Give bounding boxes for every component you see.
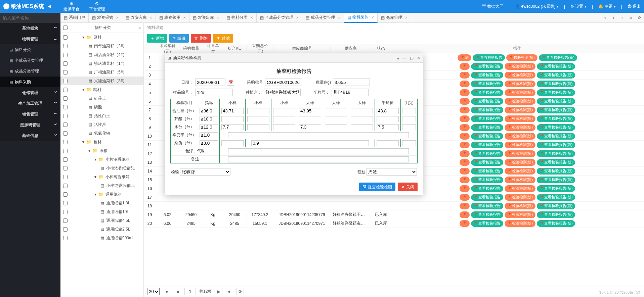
tab[interactable]: ▤系统门户 bbox=[60, 13, 89, 13]
sidebar-collapse-icon[interactable]: ◄ bbox=[47, 3, 52, 9]
top-right: ▤ 数据大屏 | 👤 ewsd0002 (宋景民) ▾ | ⚙ 设置 ▾ | 🔔… bbox=[482, 4, 641, 9]
logout-link[interactable]: ⏻ 退出 bbox=[628, 4, 641, 9]
divider: | bbox=[564, 4, 565, 9]
brand-icon bbox=[3, 3, 9, 9]
tab[interactable]: ▤半成品分类管理✕ bbox=[257, 13, 302, 13]
gear-icon: ⚙ bbox=[95, 1, 99, 6]
divider: | bbox=[592, 4, 593, 9]
divider: | bbox=[621, 4, 622, 9]
bug-icon: ✷ bbox=[70, 1, 74, 6]
tab[interactable]: ▤成品分类管理✕ bbox=[302, 13, 344, 13]
tab[interactable]: ▤仓库管理✕ bbox=[378, 13, 411, 13]
tab[interactable]: ▤农资入库✕ bbox=[122, 13, 156, 13]
user-menu[interactable]: 👤 ewsd0002 (宋景民) ▾ bbox=[515, 4, 559, 9]
topbar: 粮油MES系统 ◄ ✷ 追溯平台 ⚙ 平台管理 ▤ 数据大屏 | 👤 ewsd0… bbox=[0, 0, 644, 13]
dashboard-link[interactable]: ▤ 数据大屏 bbox=[482, 4, 503, 9]
settings-link[interactable]: ⚙ 设置 ▾ bbox=[570, 4, 587, 9]
tab[interactable]: ▤农资出库✕ bbox=[189, 13, 223, 13]
topnav-trace-label: 追溯平台 bbox=[63, 6, 80, 12]
brand: 粮油MES系统 ◄ bbox=[3, 3, 52, 10]
topnav-trace[interactable]: ✷ 追溯平台 bbox=[59, 0, 84, 13]
topnav-platform-label: 平台管理 bbox=[89, 6, 105, 12]
brand-text: 粮油MES系统 bbox=[11, 3, 44, 10]
topnav: ✷ 追溯平台 ⚙ 平台管理 bbox=[59, 0, 110, 13]
tab[interactable]: ▤农资领用✕ bbox=[156, 13, 189, 13]
tab[interactable]: ▤物料采购✕ bbox=[344, 13, 378, 13]
theme-link[interactable]: 🔔 主题 ▾ bbox=[598, 4, 616, 9]
tab[interactable]: ▤物料分类✕ bbox=[223, 13, 257, 13]
divider: | bbox=[509, 4, 510, 9]
tab[interactable]: ▤农资采购✕ bbox=[89, 13, 122, 13]
topnav-platform[interactable]: ⚙ 平台管理 bbox=[84, 0, 110, 13]
